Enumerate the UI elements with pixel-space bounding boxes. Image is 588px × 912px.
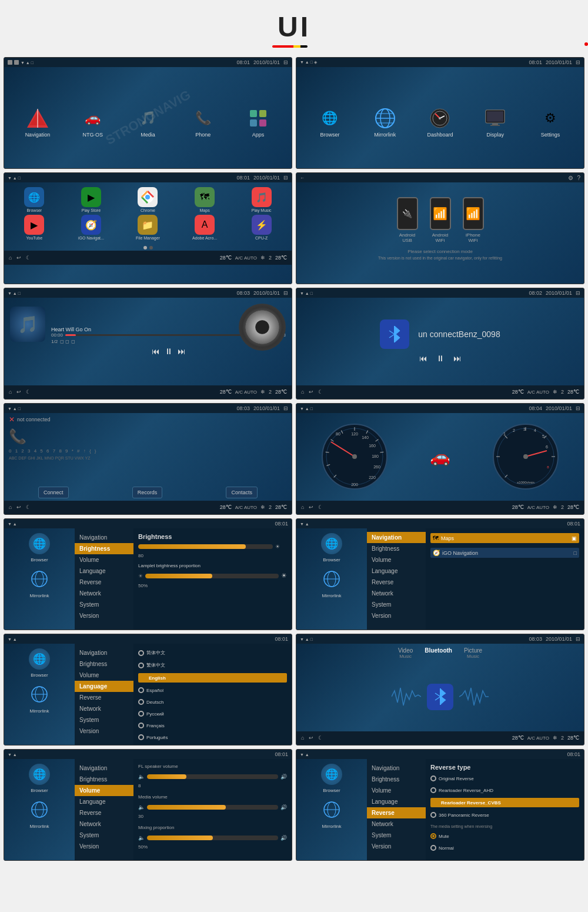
menu-navigation[interactable]: Navigation [75,532,133,543]
back-icon-6[interactable]: ↩ [309,389,313,395]
menu-vol-brightness[interactable]: Brightness [75,774,133,785]
sleep-icon-8[interactable]: ☾ [318,504,323,510]
app-item-playmusic[interactable]: 🎵 Play Music [234,187,289,212]
iphone-wifi-option[interactable]: 📶 iPhoneWiFi [463,197,484,243]
home-icon-7[interactable]: ⌂ [9,504,12,510]
rev-option-360[interactable]: 360 Panoramic Reverse [430,811,579,819]
lang-option-russian[interactable]: Русский [138,710,287,718]
menu-nav-brightness[interactable]: Brightness [367,543,426,554]
menu-system[interactable]: System [75,599,133,610]
menu-vol-volume[interactable]: Volume [75,785,133,796]
mute-option[interactable]: Mute [430,832,579,840]
media-track[interactable] [147,805,278,810]
app-apps[interactable]: Apps [245,107,271,138]
home-icon-5[interactable]: ⌂ [9,389,12,395]
contacts-btn[interactable]: Contacts [226,487,258,498]
home-icon-3[interactable]: ⌂ [9,255,12,261]
menu-vol-language[interactable]: Language [75,796,133,807]
lang-option-deutsch[interactable]: Deutsch [138,698,287,706]
menu-nav-network[interactable]: Network [367,588,426,599]
rev-option-ahd[interactable]: Rearloader Reverse_AHD [430,786,579,794]
menu-nav-navigation[interactable]: Navigation [367,532,426,543]
next-btn[interactable]: ⏭ [178,347,186,356]
sleep-icon-6[interactable]: ☾ [318,389,323,395]
app-mirrorlink[interactable]: Mirrorlink [372,107,398,138]
app-media[interactable]: 🎵 Media [135,107,161,138]
app-item-chrome[interactable]: Chrome [121,187,175,212]
nav-sidebar-mirrorlink[interactable] [323,570,340,590]
menu-rev-brightness[interactable]: Brightness [367,774,426,785]
home-icon-6[interactable]: ⌂ [301,389,304,395]
vol-browser-icon[interactable]: 🌐 [29,764,50,785]
menu-network[interactable]: Network [75,588,133,599]
menu-lang-system[interactable]: System [75,714,133,725]
bt-play-btn[interactable]: ⏸ [436,354,445,363]
menu-nav-system[interactable]: System [367,599,426,610]
igo-nav-item[interactable]: 🧭 iGO Navigation □ [430,548,579,558]
menu-lang-nav[interactable]: Navigation [75,647,133,658]
menu-lang-network[interactable]: Network [75,703,133,714]
connect-btn[interactable]: Connect [38,487,69,498]
menu-lang-brightness[interactable]: Brightness [75,658,133,670]
rev-mirrorlink-icon[interactable] [323,801,340,821]
menu-reverse[interactable]: Reverse [75,577,133,588]
lang-mirrorlink-icon[interactable] [31,685,48,705]
menu-rev-network[interactable]: Network [367,818,426,830]
maps-nav-item[interactable]: 🗺 Maps ▣ [430,533,579,543]
menu-nav-version[interactable]: Version [367,610,426,621]
menu-nav-volume[interactable]: Volume [367,554,426,565]
lang-option-francais[interactable]: Français [138,721,287,730]
menu-rev-reverse[interactable]: Reverse [367,807,426,818]
menu-rev-system[interactable]: System [367,830,426,841]
app-item-cpuz[interactable]: ⚡ CPU-Z [234,215,289,240]
app-item-maps[interactable]: 🗺 Maps [178,187,232,212]
menu-version[interactable]: Version [75,610,133,621]
menu-rev-language[interactable]: Language [367,796,426,807]
menu-nav-reverse[interactable]: Reverse [367,577,426,588]
android-wifi-option[interactable]: 📶 AndroidWiFi [430,197,451,243]
lang-option-traditional[interactable]: 繁体中文 [138,661,287,670]
video-tab[interactable]: Video Music [398,647,413,659]
picture-tab[interactable]: Picture Music [464,647,482,659]
app-item-filemanager[interactable]: 📁 File Manager [121,215,175,240]
bluetooth-tab[interactable]: Bluetooth [425,647,452,659]
lang-option-simplified[interactable]: 简体中文 [138,648,287,657]
menu-nav-language[interactable]: Language [367,565,426,577]
back-icon-8[interactable]: ↩ [309,504,313,510]
prev-btn[interactable]: ⏮ [152,347,160,356]
app-item-playstore[interactable]: ▶ Play Store [64,187,119,212]
brightness-track[interactable] [138,544,273,549]
normal-option[interactable]: Normal [430,844,579,852]
home-icon-12[interactable]: ⌂ [301,735,304,741]
app-item-igo[interactable]: 🧭 iGO Navigat... [64,215,119,240]
menu-volume[interactable]: Volume [75,554,133,565]
play-pause-btn[interactable]: ⏸ [165,347,173,356]
menu-lang-version[interactable]: Version [75,725,133,737]
sleep-icon-12[interactable]: ☾ [318,735,323,741]
back-icon-5[interactable]: ↩ [16,389,21,395]
bt-next-btn[interactable]: ⏭ [453,354,462,363]
rev-browser-icon[interactable]: 🌐 [321,764,342,785]
menu-rev-version[interactable]: Version [367,841,426,852]
app-item-browser[interactable]: 🌐 Browser [7,187,62,212]
menu-vol-nav[interactable]: Navigation [75,763,133,774]
lang-option-portugues[interactable]: Português [138,733,287,741]
back-icon-7[interactable]: ↩ [16,504,21,510]
lang-browser-icon[interactable]: 🌐 [29,648,50,670]
back-icon-12[interactable]: ↩ [309,735,313,741]
lang-option-english[interactable]: English [138,673,287,683]
android-usb-option[interactable]: 🔌 AndroidUSB [397,197,418,243]
back-icon-3[interactable]: ↩ [16,255,21,261]
menu-lang-language[interactable]: Language [75,681,133,692]
app-display[interactable]: Display [482,107,508,138]
lamplet-track[interactable] [145,574,279,578]
menu-vol-version[interactable]: Version [75,841,133,852]
sidebar-browser-icon[interactable]: 🌐 [29,533,50,554]
app-item-youtube[interactable]: ▶ YouTube [7,215,62,240]
menu-lang-volume[interactable]: Volume [75,670,133,681]
menu-vol-network[interactable]: Network [75,818,133,830]
bt-prev-btn[interactable]: ⏮ [419,354,427,363]
menu-language[interactable]: Language [75,565,133,577]
menu-brightness[interactable]: Brightness [75,543,133,554]
sleep-icon-3[interactable]: ☾ [26,255,31,261]
